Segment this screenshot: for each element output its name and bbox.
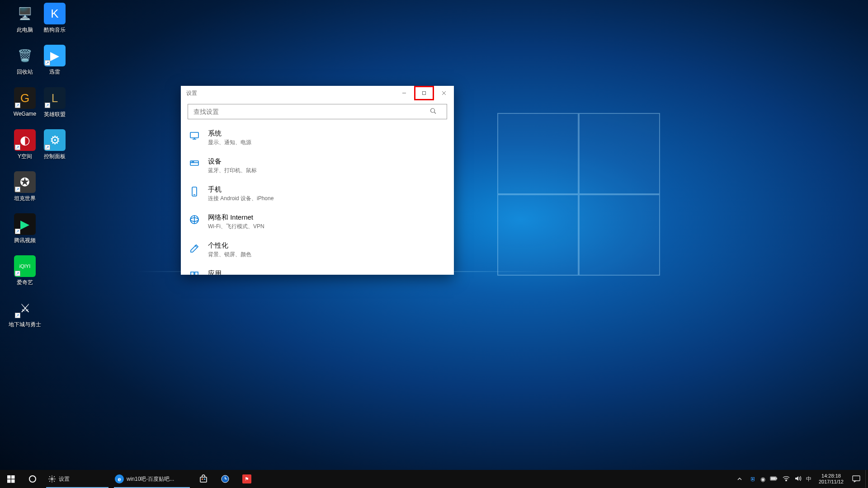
search-input[interactable] [188, 104, 447, 119]
svg-rect-20 [195, 272, 198, 275]
desktop-icon-6[interactable]: ◐↗Y空间 [8, 129, 42, 160]
svg-point-28 [51, 478, 53, 480]
desktop-icon-3[interactable]: ▶↗迅雷 [38, 45, 72, 76]
show-desktop-button[interactable] [865, 470, 868, 488]
close-button[interactable] [434, 86, 454, 100]
category-icon [188, 213, 201, 226]
category-icon [188, 241, 201, 254]
desktop-icon-glyph: K [44, 3, 66, 24]
category-subtitle: 蓝牙、打印机、鼠标 [208, 167, 257, 174]
desktop-icon-label: 此电脑 [8, 26, 42, 34]
category-title: 系统 [208, 129, 251, 138]
maximize-button[interactable] [414, 86, 434, 100]
clock-date: 2017/11/12 [819, 479, 844, 485]
desktop-icon-glyph: ▶↗ [14, 213, 36, 235]
svg-rect-9 [190, 161, 198, 165]
tray-shield-icon[interactable]: ⛨ [750, 476, 756, 483]
category-subtitle: 连接 Android 设备、iPhone [208, 195, 274, 202]
window-title: 设置 [186, 89, 197, 97]
desktop-icon-0[interactable]: 🖥️此电脑 [8, 3, 42, 34]
category-title: 设备 [208, 157, 257, 166]
desktop-icon-9[interactable]: ▶↗腾讯视频 [8, 213, 42, 244]
category-icon [188, 157, 201, 170]
category-title: 应用 [208, 269, 222, 275]
tray-ime-label[interactable]: 中 [806, 475, 811, 483]
svg-point-38 [786, 480, 787, 481]
desktop-icon-8[interactable]: ✪↗坦克世界 [8, 171, 42, 202]
settings-category-list: 系统显示、通知、电源设备蓝牙、打印机、鼠标手机连接 Android 设备、iPh… [181, 124, 454, 275]
settings-category-0[interactable]: 系统显示、通知、电源 [183, 124, 452, 152]
settings-category-1[interactable]: 设备蓝牙、打印机、鼠标 [183, 152, 452, 180]
start-button[interactable] [0, 470, 22, 488]
tray-battery-icon[interactable] [770, 476, 778, 483]
tray-volume-icon[interactable] [794, 475, 802, 483]
tray-sync-icon[interactable]: ◉ [760, 476, 765, 483]
desktop-icon-label: 英雄联盟 [38, 111, 72, 118]
settings-window: 设置 系统显示、通知、电源设备蓝牙、打印机、鼠标手机连接 Android 设备、… [181, 86, 454, 275]
desktop-icon-label: 控制面板 [38, 153, 72, 160]
desktop-icon-glyph: ✪↗ [14, 171, 36, 193]
titlebar: 设置 [181, 86, 454, 100]
settings-category-3[interactable]: 网络和 InternetWi-Fi、飞行模式、VPN [183, 208, 452, 236]
desktop-icon-glyph: 🖥️ [14, 3, 36, 24]
settings-category-4[interactable]: 个性化背景、锁屏、颜色 [183, 236, 452, 264]
svg-rect-37 [771, 477, 776, 480]
svg-rect-29 [200, 477, 207, 482]
taskbar: 设置 e win10吧-百度贴吧... ⚑ ⛨ ◉ 中 [0, 470, 868, 488]
desktop-icon-label: 回收站 [8, 68, 42, 76]
cortana-button[interactable] [22, 470, 43, 488]
desktop-icon-7[interactable]: ⚙↗控制面板 [38, 129, 72, 160]
svg-rect-23 [7, 475, 11, 479]
taskbar-app-red[interactable]: ⚑ [236, 470, 258, 488]
svg-point-11 [192, 162, 193, 162]
svg-point-27 [29, 476, 36, 482]
desktop-icon-label: 地下城与勇士 [8, 321, 42, 328]
taskbar-app-store[interactable] [193, 470, 214, 488]
settings-category-2[interactable]: 手机连接 Android 设备、iPhone [183, 180, 452, 208]
desktop-icon-5[interactable]: L↗英雄联盟 [38, 87, 72, 118]
svg-point-12 [193, 162, 194, 162]
category-icon [188, 185, 201, 198]
taskbar-clock[interactable]: 14:28:18 2017/11/12 [815, 473, 847, 485]
desktop-icon-label: 迅雷 [38, 68, 72, 76]
desktop-icon-label: WeGame [8, 111, 42, 117]
desktop-icon-label: Y空间 [8, 153, 42, 160]
system-tray: ⛨ ◉ 中 [746, 475, 815, 483]
taskbar-edge-label: win10吧-百度贴吧... [127, 475, 174, 483]
desktop-icon-11[interactable]: ⚔↗地下城与勇士 [8, 297, 42, 328]
desktop-icon-glyph: 🗑️ [14, 45, 36, 66]
minimize-button[interactable] [394, 86, 414, 100]
action-center-button[interactable] [847, 470, 865, 488]
desktop-icon-glyph: iQIYI↗ [14, 255, 36, 277]
svg-rect-1 [423, 92, 426, 95]
edge-icon: e [115, 474, 124, 483]
settings-category-5[interactable]: 应用 [183, 264, 452, 275]
tray-wifi-icon[interactable] [783, 476, 790, 483]
desktop-icon-4[interactable]: G↗WeGame [8, 87, 42, 117]
desktop-icon-1[interactable]: K酷狗音乐 [38, 3, 72, 34]
category-icon [188, 129, 201, 142]
desktop-icon-label: 酷狗音乐 [38, 26, 72, 34]
taskbar-app-settings[interactable]: 设置 [43, 470, 111, 488]
desktop-icon-label: 腾讯视频 [8, 237, 42, 244]
svg-rect-6 [190, 132, 198, 138]
svg-rect-30 [202, 479, 203, 480]
tray-chevron-up-icon[interactable] [733, 470, 746, 488]
desktop-icon-label: 爱奇艺 [8, 279, 42, 286]
svg-rect-31 [204, 479, 205, 480]
desktop-icon-2[interactable]: 🗑️回收站 [8, 45, 42, 76]
desktop-icon-glyph: ◐↗ [14, 129, 36, 151]
taskbar-app-label: 设置 [59, 475, 70, 483]
category-subtitle: Wi-Fi、飞行模式、VPN [208, 223, 264, 230]
taskbar-app-edge[interactable]: e win10吧-百度贴吧... [111, 470, 193, 488]
category-subtitle: 背景、锁屏、颜色 [208, 251, 251, 258]
svg-rect-26 [11, 479, 15, 483]
category-title: 手机 [208, 185, 274, 194]
svg-rect-24 [11, 475, 15, 479]
clock-time: 14:28:18 [819, 473, 844, 479]
desktop-icon-glyph: L↗ [44, 87, 66, 109]
category-icon [188, 269, 201, 275]
taskbar-app-clock[interactable] [214, 470, 236, 488]
category-subtitle: 显示、通知、电源 [208, 139, 251, 146]
desktop-icon-10[interactable]: iQIYI↗爱奇艺 [8, 255, 42, 286]
